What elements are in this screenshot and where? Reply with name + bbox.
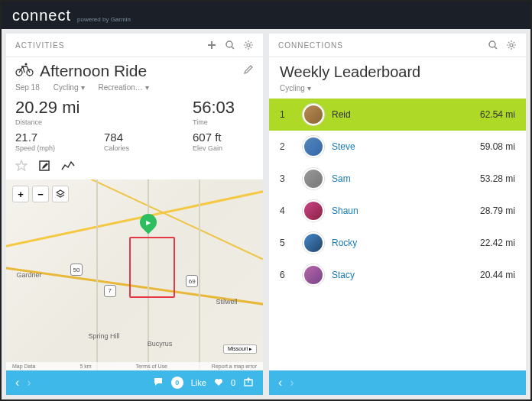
gear-icon[interactable]	[506, 40, 517, 50]
next-arrow-icon[interactable]: ›	[27, 376, 31, 390]
map-state-badge: Missouri ▸	[223, 344, 257, 354]
leaderboard-row[interactable]: 2Steve59.08 mi	[269, 131, 526, 163]
leaderboard-name[interactable]: Reid	[332, 109, 480, 120]
brand-logo: connect	[12, 7, 71, 24]
activity-title-row: Afternoon Ride	[6, 57, 263, 82]
primary-stats: 20.29 mi Distance 56:03 Time	[6, 96, 263, 128]
zoom-in-button[interactable]: +	[12, 186, 29, 202]
comment-icon[interactable]	[153, 377, 164, 389]
leaderboard-rank: 6	[280, 270, 295, 280]
star-icon[interactable]	[15, 160, 28, 175]
avatar	[303, 136, 324, 157]
map-controls: + −	[12, 186, 69, 202]
leaderboard-name[interactable]: Rocky	[332, 238, 480, 248]
chevron-down-icon: ▾	[81, 83, 85, 92]
leaderboard-distance: 20.44 mi	[480, 270, 515, 280]
map-city-label: Stilwell	[216, 298, 237, 306]
stat-time: 56:03 Time	[193, 98, 254, 126]
search-icon[interactable]	[488, 40, 498, 50]
search-icon[interactable]	[225, 40, 235, 50]
share-icon[interactable]	[243, 377, 254, 389]
leaderboard-row[interactable]: 6Stacy20.44 mi	[269, 259, 526, 291]
leaderboard-rank: 3	[280, 173, 295, 184]
gear-icon[interactable]	[243, 40, 254, 50]
connections-footer: ‹ ›	[269, 370, 526, 395]
leaderboard-distance: 53.28 mi	[480, 173, 515, 184]
activity-map[interactable]: Gardner Spring Hill Stilwell Bucyrus 50 …	[6, 179, 263, 370]
connections-header: CONNECTIONS	[269, 34, 526, 57]
leaderboard-title: Weekly Leaderboard	[269, 57, 526, 82]
leaderboard-row[interactable]: 5Rocky22.42 mi	[269, 227, 526, 259]
svg-point-0	[226, 41, 232, 47]
avatar	[303, 264, 324, 286]
activities-header-title: ACTIVITIES	[15, 41, 199, 50]
leaderboard-row[interactable]: 4Shaun28.79 mi	[269, 195, 526, 227]
leaderboard-row[interactable]: 1Reid62.54 mi	[269, 99, 526, 131]
leaderboard-distance: 59.08 mi	[480, 141, 515, 152]
stat-elev: 607 ft Elev Gain	[193, 131, 254, 152]
map-city-label: Spring Hill	[89, 332, 120, 340]
edit-icon[interactable]	[243, 64, 254, 78]
secondary-stats: 21.7 Speed (mph) 784 Calories 607 ft Ele…	[6, 128, 263, 155]
leaderboard-rank: 1	[280, 109, 295, 120]
leaderboard-name[interactable]: Sam	[332, 173, 480, 184]
map-city-label: Bucyrus	[148, 340, 173, 348]
activities-header: ACTIVITIES	[6, 34, 263, 57]
connections-header-title: CONNECTIONS	[278, 41, 480, 50]
leaderboard-distance: 22.42 mi	[480, 238, 515, 248]
leaderboard-row[interactable]: 3Sam53.28 mi	[269, 163, 526, 195]
like-count: 0	[231, 378, 235, 387]
stat-calories: 784 Calories	[104, 131, 193, 152]
leaderboard-filter-dropdown[interactable]: Cycling▾	[269, 82, 526, 99]
leaderboard-rank: 2	[280, 141, 295, 152]
map-route-shield: 69	[186, 275, 198, 287]
avatar	[303, 168, 324, 189]
chart-icon[interactable]	[61, 160, 75, 174]
leaderboard-name[interactable]: Steve	[332, 141, 480, 152]
heart-icon[interactable]	[214, 377, 223, 388]
map-city-label: Gardner	[16, 271, 41, 279]
brand-subtitle: powered by Garmin	[77, 16, 131, 23]
activity-category-dropdown[interactable]: Recreation…▾	[99, 83, 149, 92]
layers-button[interactable]	[52, 186, 69, 202]
chevron-down-icon: ▾	[307, 84, 311, 92]
stat-speed: 21.7 Speed (mph)	[15, 131, 104, 152]
connections-panel: CONNECTIONS Weekly Leaderboard Cycling▾ …	[269, 34, 526, 395]
add-icon[interactable]	[206, 40, 217, 50]
svg-point-8	[510, 44, 513, 47]
map-route-path	[129, 237, 175, 298]
next-arrow-icon[interactable]: ›	[290, 376, 294, 390]
activity-date: Sep 18	[15, 83, 40, 92]
activity-footer: ‹ › 0 Like 0	[6, 370, 263, 395]
leaderboard-list: 1Reid62.54 mi2Steve59.08 mi3Sam53.28 mi4…	[269, 99, 526, 370]
avatar	[303, 232, 324, 254]
app-frame: connect powered by Garmin ACTIVITIES Aft…	[0, 0, 532, 401]
leaderboard-rank: 4	[280, 205, 295, 216]
leaderboard-name[interactable]: Shaun	[332, 205, 480, 216]
prev-arrow-icon[interactable]: ‹	[15, 376, 19, 390]
svg-point-7	[489, 41, 495, 47]
content-area: ACTIVITIES Afternoon Ride Sep 18 Cycling…	[2, 29, 530, 399]
stat-distance: 20.29 mi Distance	[15, 98, 193, 126]
map-route-shield: 7	[104, 285, 116, 297]
map-route-shield: 50	[70, 264, 83, 276]
leaderboard-distance: 28.79 mi	[480, 205, 515, 216]
leaderboard-name[interactable]: Stacy	[332, 270, 480, 280]
edit-note-icon[interactable]	[38, 160, 50, 175]
like-label[interactable]: Like	[191, 378, 206, 387]
avatar	[303, 200, 324, 222]
activity-type-dropdown[interactable]: Cycling▾	[54, 83, 85, 92]
leaderboard-distance: 62.54 mi	[480, 109, 515, 120]
prev-arrow-icon[interactable]: ‹	[278, 376, 282, 390]
comment-count: 0	[171, 377, 183, 389]
topbar: connect powered by Garmin	[2, 2, 530, 29]
activity-actions	[6, 155, 263, 179]
leaderboard-rank: 5	[280, 238, 295, 248]
chevron-down-icon: ▾	[145, 83, 149, 92]
avatar	[303, 104, 324, 125]
zoom-out-button[interactable]: −	[32, 186, 49, 202]
activities-panel: ACTIVITIES Afternoon Ride Sep 18 Cycling…	[6, 34, 263, 395]
activity-meta: Sep 18 Cycling▾ Recreation…▾	[6, 82, 263, 96]
map-attribution: Map Data 5 km Terms of Use Report a map …	[6, 362, 263, 370]
svg-point-4	[25, 63, 28, 66]
